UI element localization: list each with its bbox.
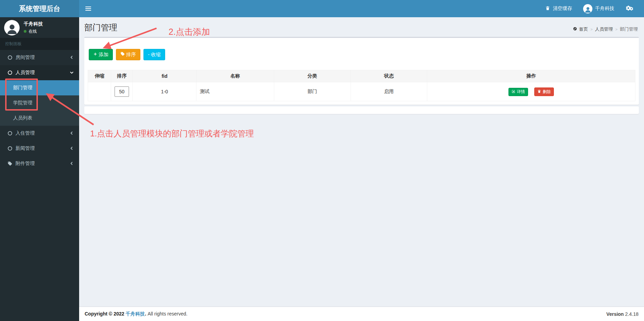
- tags-icon: [8, 161, 12, 166]
- department-table: 伸缩 排序 fid 名称 分类 状态 操作: [88, 70, 635, 101]
- toolbar: 添加 排序 - 收缩: [89, 49, 635, 60]
- breadcrumb-home[interactable]: 首页: [573, 26, 588, 32]
- pagination-strip: [84, 106, 639, 114]
- col-header-fid: fid: [133, 70, 196, 82]
- gears-icon: [625, 5, 634, 12]
- sidebar-item-label: 人员管理: [15, 70, 70, 76]
- trash-icon: [545, 6, 550, 12]
- online-status-label: 在线: [29, 29, 37, 34]
- online-dot-icon: [24, 30, 26, 33]
- user-avatar-icon: [583, 4, 592, 13]
- sidebar-item-label: 房间管理: [15, 54, 70, 61]
- tag-icon: [120, 52, 125, 58]
- sidebar-item-label: 入住管理: [15, 130, 70, 136]
- brand-logo[interactable]: 系统管理后台: [0, 0, 79, 17]
- sidebar-toggle-button[interactable]: [79, 0, 97, 17]
- user-menu[interactable]: 千舟科技: [578, 0, 620, 17]
- cell-status: 启用: [351, 82, 427, 101]
- sidebar-item-label: 部门管理: [13, 85, 32, 91]
- dashboard-icon: [573, 27, 577, 32]
- sort-button[interactable]: 排序: [116, 49, 140, 60]
- circle-o-icon: [8, 70, 12, 75]
- delete-button-label: 删除: [543, 90, 551, 94]
- clear-cache-button[interactable]: 清空缓存: [540, 0, 578, 17]
- detail-button-label: 详情: [517, 90, 525, 94]
- page-footer: Copyright © 2022 千舟科技. All rights reserv…: [79, 307, 644, 321]
- sidebar-item-checkin-mgmt[interactable]: 入住管理: [0, 126, 79, 141]
- breadcrumb-personnel-mgmt[interactable]: 人员管理: [595, 26, 613, 32]
- sidebar-user-status: 在线: [24, 29, 43, 34]
- cell-actions: 详情 删除: [427, 82, 635, 101]
- sidebar-submenu: 部门管理 学院管理 人员列表: [0, 80, 79, 126]
- copyright-text: Copyright © 2022 千舟科技. All rights reserv…: [85, 311, 187, 317]
- breadcrumb-current: 部门管理: [620, 26, 638, 32]
- cell-fid: 1-0: [133, 82, 196, 101]
- cell-sort: [111, 82, 133, 101]
- edit-icon: [512, 90, 515, 94]
- sort-button-label: 排序: [126, 52, 136, 58]
- page-title: 部门管理: [84, 23, 639, 32]
- sidebar-section-header: 控制面板: [0, 38, 79, 50]
- chevron-left-icon: [70, 162, 74, 166]
- col-header-name: 名称: [196, 70, 274, 82]
- breadcrumb-home-label: 首页: [579, 26, 588, 32]
- settings-button[interactable]: [620, 0, 639, 17]
- content-area: 部门管理 首页 > 人员管理 > 部门管理 添加: [79, 17, 644, 307]
- table-header-row: 伸缩 排序 fid 名称 分类 状态 操作: [88, 70, 635, 82]
- sort-order-input[interactable]: [115, 86, 129, 97]
- sidebar-item-label: 学院管理: [13, 100, 32, 106]
- app-window: 系统管理后台 清空缓存 千舟科技 千舟科技: [0, 0, 644, 321]
- collapse-button-label: - 收缩: [148, 52, 161, 58]
- user-avatar: [4, 20, 20, 35]
- col-header-expand: 伸缩: [88, 70, 111, 82]
- sidebar-user-name: 千舟科技: [24, 21, 43, 27]
- sidebar-item-news-mgmt[interactable]: 新闻管理: [0, 141, 79, 156]
- chevron-left-icon: [70, 131, 74, 135]
- col-header-sort: 排序: [111, 70, 133, 82]
- circle-o-icon: [8, 131, 12, 136]
- delete-button[interactable]: 删除: [534, 87, 554, 96]
- plus-icon: [93, 52, 97, 58]
- top-navbar: 系统管理后台 清空缓存 千舟科技: [0, 0, 644, 17]
- version-text: Version 2.4.18: [607, 311, 638, 317]
- sidebar-item-attachment-mgmt[interactable]: 附件管理: [0, 156, 79, 171]
- col-header-category: 分类: [274, 70, 351, 82]
- sidebar: 千舟科技 在线 控制面板 房间管理 人员管理 部门管理 学院管理: [0, 17, 79, 321]
- breadcrumb-separator: >: [615, 27, 618, 31]
- clear-cache-label: 清空缓存: [553, 6, 572, 12]
- col-header-status: 状态: [351, 70, 427, 82]
- sidebar-item-label: 人员列表: [13, 115, 32, 121]
- cell-name: 测试: [196, 82, 274, 101]
- company-link[interactable]: 千舟科技: [126, 311, 145, 317]
- circle-o-icon: [8, 146, 12, 151]
- breadcrumb: 首页 > 人员管理 > 部门管理: [573, 26, 638, 32]
- sidebar-item-personnel-list[interactable]: 人员列表: [0, 111, 79, 126]
- chevron-left-icon: [70, 55, 74, 60]
- table-row: 1-0 测试 部门 启用 详情 删除: [88, 82, 635, 101]
- detail-button[interactable]: 详情: [508, 88, 528, 96]
- breadcrumb-separator: >: [590, 27, 592, 31]
- navbar-user-name: 千舟科技: [595, 6, 614, 12]
- add-button-label: 添加: [99, 52, 108, 58]
- collapse-button[interactable]: - 收缩: [143, 49, 165, 60]
- sidebar-item-college-mgmt[interactable]: 学院管理: [0, 95, 79, 111]
- sidebar-item-room-mgmt[interactable]: 房间管理: [0, 50, 79, 65]
- chevron-left-icon: [70, 146, 74, 151]
- department-box: 添加 排序 - 收缩 伸缩 排序 fid: [84, 37, 639, 105]
- sidebar-item-department-mgmt[interactable]: 部门管理: [0, 80, 79, 95]
- trash-icon: [537, 89, 541, 94]
- cell-category: 部门: [274, 82, 351, 101]
- chevron-down-icon: [70, 71, 74, 75]
- cell-expand: [88, 82, 111, 101]
- sidebar-item-personnel-mgmt[interactable]: 人员管理: [0, 65, 79, 80]
- sidebar-item-label: 附件管理: [15, 160, 70, 167]
- col-header-actions: 操作: [427, 70, 635, 82]
- sidebar-user-panel: 千舟科技 在线: [0, 17, 79, 38]
- sidebar-item-label: 新闻管理: [15, 145, 70, 152]
- circle-o-icon: [8, 55, 12, 60]
- add-button[interactable]: 添加: [89, 49, 113, 60]
